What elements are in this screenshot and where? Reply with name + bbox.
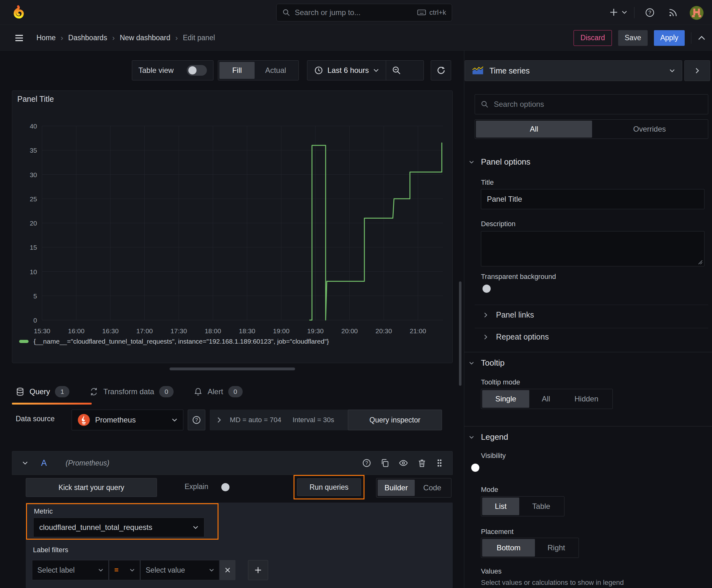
legend-list-option[interactable]: List [482,498,519,515]
chevron-down-icon [469,160,474,164]
select-value-dropdown[interactable]: Select value [140,560,219,580]
panel-links-label: Panel links [496,310,534,319]
svg-text:5: 5 [33,292,37,300]
datasource-help-icon[interactable]: ? [188,410,205,430]
placement-right-option[interactable]: Right [535,539,578,556]
user-avatar[interactable] [689,6,704,20]
code-option[interactable]: Code [415,480,450,496]
tab-alert[interactable]: Alert 0 [194,386,242,397]
query-ref-id[interactable]: A [41,458,47,468]
kickstart-query-button[interactable]: Kick start your query [26,478,157,497]
values-label: Values [481,567,502,575]
svg-text:10: 10 [30,268,37,275]
legend-item[interactable]: {__name__="cloudflared_tunnel_total_requ… [19,338,329,345]
panel-resize-handle[interactable] [170,368,295,370]
zoom-out-icon[interactable] [386,61,407,80]
add-new-button[interactable] [609,7,627,17]
toggle-viz-pane-icon[interactable] [684,60,710,81]
panel-title-input[interactable]: Panel Title [481,189,705,209]
left-pane-scrollbar[interactable] [459,281,461,386]
remove-filter-icon[interactable] [220,560,235,580]
table-view-control: Table view [132,60,214,80]
breadcrumb-home[interactable]: Home [37,34,56,42]
tooltip-single-option[interactable]: Single [482,390,529,408]
chevron-down-icon [669,68,675,73]
editor-tabs: Query 1 Transform data 0 Alert 0 [0,379,464,404]
tab-overrides[interactable]: Overrides [592,121,707,138]
panel-options-section-header[interactable]: Panel options [469,157,531,167]
repeat-options-section-header[interactable]: Repeat options [483,332,549,341]
select-label-dropdown[interactable]: Select label [32,560,109,580]
discard-button[interactable]: Discard [574,30,612,46]
search-shortcut-label: ctrl+k [429,8,446,17]
metric-value: cloudflared_tunnel_total_requests [39,523,152,532]
run-queries-button[interactable]: Run queries [297,478,361,496]
run-queries-highlight: Run queries [294,475,365,499]
fill-option[interactable]: Fill [219,62,255,79]
description-textarea[interactable] [481,231,705,266]
svg-text:0: 0 [33,317,37,324]
add-filter-icon[interactable] [248,560,268,580]
time-range-picker[interactable]: Last 6 hours [307,61,386,80]
operator-dropdown[interactable]: = [109,560,140,580]
resize-corner-icon[interactable] [698,260,703,265]
chart-panel[interactable]: Panel Title 051015202530354015:3016:0016… [12,90,453,363]
query-help-icon[interactable]: ? [362,458,371,468]
datasource-name: Prometheus [95,416,136,424]
hide-query-icon[interactable] [398,458,408,468]
delete-query-icon[interactable] [417,458,427,468]
keyboard-icon [417,9,426,16]
chevron-right-icon[interactable] [217,417,222,423]
metric-label: Metric [34,507,53,516]
svg-text:17:00: 17:00 [136,327,153,335]
query-builder-body: Metric cloudflared_tunnel_total_requests… [26,503,453,588]
apply-button[interactable]: Apply [654,30,685,46]
svg-text:20:30: 20:30 [375,327,392,335]
prometheus-icon [78,414,90,426]
tooltip-all-option[interactable]: All [529,390,563,408]
visualization-picker[interactable]: Time series [465,60,682,81]
table-view-toggle[interactable] [187,65,207,76]
series-label: {__name__="cloudflared_tunnel_total_requ… [34,338,329,345]
builder-option[interactable]: Builder [377,480,415,496]
title-field-label: Title [481,178,494,187]
repeat-options-label: Repeat options [496,332,549,341]
drag-handle-icon[interactable] [435,458,444,468]
chevron-down-icon [469,361,474,365]
query-row-header[interactable]: A (Prometheus) ? [12,451,453,475]
tab-transform-data[interactable]: Transform data 0 [89,386,174,397]
refresh-icon[interactable] [431,60,451,80]
duplicate-query-icon[interactable] [380,458,390,468]
placement-bottom-option[interactable]: Bottom [482,539,535,556]
metric-select[interactable]: cloudflared_tunnel_total_requests [33,518,204,537]
legend-section-header[interactable]: Legend [469,432,508,442]
tooltip-section-header[interactable]: Tooltip [469,358,504,368]
pane-divider[interactable] [464,50,464,588]
legend-mode-group: List Table [481,496,564,517]
topbar-divider [634,7,634,18]
help-icon[interactable]: ? [645,7,655,18]
chevron-down-icon [130,568,135,572]
breadcrumb-new-dashboard[interactable]: New dashboard [120,34,170,42]
options-search-input[interactable]: Search options [475,94,708,114]
panel-links-section-header[interactable]: Panel links [483,310,534,319]
save-button[interactable]: Save [618,30,648,46]
svg-text:19:00: 19:00 [273,327,290,335]
global-search-input[interactable]: Search or jump to... ctrl+k [276,4,452,21]
collapse-query-icon[interactable] [22,461,28,465]
legend-table-option[interactable]: Table [519,498,563,515]
breadcrumb-dashboards[interactable]: Dashboards [68,34,107,42]
menu-icon[interactable] [15,34,24,42]
grafana-logo-icon[interactable] [11,5,26,20]
tab-all[interactable]: All [476,121,592,138]
news-rss-icon[interactable] [668,7,678,18]
actual-option[interactable]: Actual [255,62,297,79]
collapse-options-icon[interactable] [697,35,706,41]
datasource-select[interactable]: Prometheus [71,410,184,430]
tab-query[interactable]: Query 1 [16,386,69,397]
tooltip-title: Tooltip [481,358,504,368]
query-inspector-button[interactable]: Query inspector [348,410,442,430]
tooltip-hidden-option[interactable]: Hidden [563,390,610,408]
breadcrumb: Home › Dashboards › New dashboard › Edit… [37,34,215,42]
chevron-down-icon [98,568,103,572]
